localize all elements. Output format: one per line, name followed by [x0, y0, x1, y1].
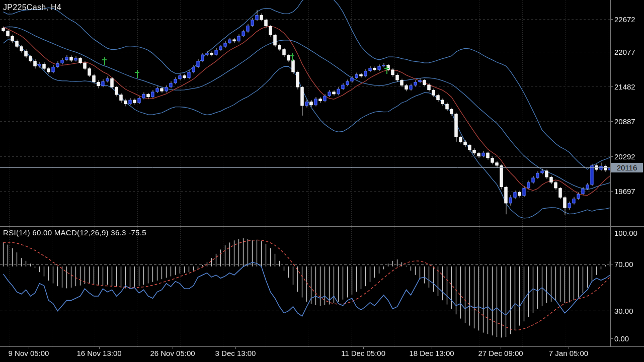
time-axis-label: 9 Nov 05:00 — [9, 349, 49, 357]
indicator-axis-label: 70.00 — [614, 260, 633, 268]
price-axis-label: 22672 — [614, 15, 635, 24]
trade-marker-icon — [290, 53, 294, 61]
time-axis-label: 27 Dec 09:00 — [478, 349, 523, 357]
price-axis-label: 21482 — [614, 82, 635, 91]
indicator-axis-label: 30.00 — [614, 307, 633, 315]
price-axis-label: 19697 — [614, 187, 635, 196]
time-axis-label: 18 Dec 13:00 — [409, 349, 454, 357]
time-axis-label: 26 Nov 05:00 — [150, 349, 195, 357]
current-price-tag: 20116 — [611, 163, 643, 172]
time-axis-label: 16 Nov 13:00 — [76, 349, 121, 357]
trade-marker-icon — [384, 66, 389, 74]
time-axis-label: 3 Dec 13:00 — [215, 349, 256, 357]
price-chart-canvas[interactable] — [0, 0, 644, 362]
chart-title: JP225Cash, H4 — [3, 3, 61, 12]
indicator-window-label: RSI(14) 60.00 MACD(12,26,9) 36.3 -75.5 — [3, 228, 146, 237]
price-axis-label: 22077 — [614, 48, 635, 56]
chart-window: JP225Cash, H4 RSI(14) 60.00 MACD(12,26,9… — [0, 0, 644, 362]
price-axis-label: 20292 — [614, 152, 635, 161]
price-axis-label: 20887 — [614, 117, 635, 126]
trade-marker-icon — [135, 70, 139, 78]
trade-marker-icon — [102, 57, 107, 65]
time-axis-label: 11 Dec 05:00 — [341, 349, 385, 357]
indicator-axis-label: 100.00 — [614, 229, 637, 237]
time-axis-label: 7 Jan 05:00 — [549, 349, 588, 357]
indicator-axis-label: 0.00 — [614, 334, 629, 343]
